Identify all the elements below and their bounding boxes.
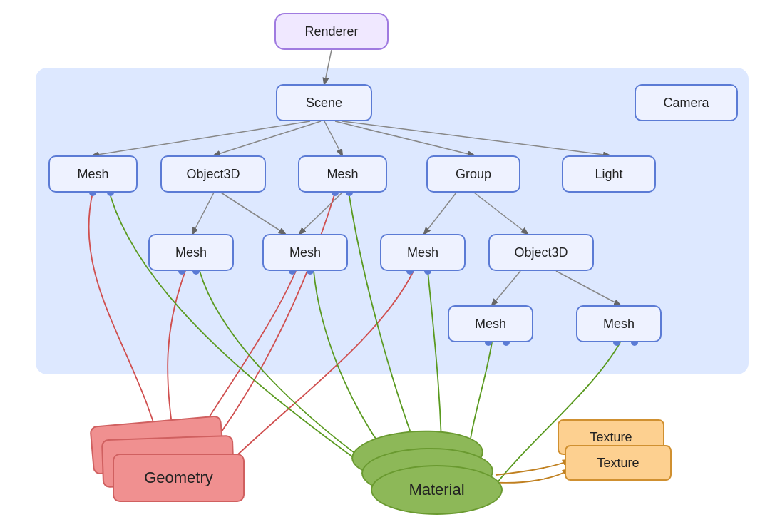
mesh1-label: Mesh xyxy=(77,167,108,182)
group-label: Group xyxy=(456,167,491,182)
mesh4-label: Mesh xyxy=(289,245,321,260)
geometry1-label: Geometry xyxy=(144,469,213,487)
renderer-node: Renderer xyxy=(274,13,389,50)
mesh5-label: Mesh xyxy=(407,245,438,260)
material1-label: Material xyxy=(409,481,464,499)
camera-node: Camera xyxy=(635,84,738,121)
scene-node: Scene xyxy=(276,84,372,121)
mesh3-label: Mesh xyxy=(175,245,207,260)
texture2-label: Texture xyxy=(590,430,632,445)
object3d1-node: Object3D xyxy=(160,155,266,193)
mesh2-node: Mesh xyxy=(298,155,387,193)
object3d2-label: Object3D xyxy=(514,245,568,260)
mesh7-label: Mesh xyxy=(603,317,635,332)
mesh7-node: Mesh xyxy=(576,305,662,342)
mesh6-label: Mesh xyxy=(475,317,506,332)
geometry1-node: Geometry xyxy=(113,454,245,502)
object3d1-label: Object3D xyxy=(186,167,240,182)
light-label: Light xyxy=(595,167,622,182)
mesh2-label: Mesh xyxy=(327,167,358,182)
scene-label: Scene xyxy=(306,96,342,111)
material1-node: Material xyxy=(371,465,503,515)
object3d2-node: Object3D xyxy=(488,234,594,271)
texture1-label: Texture xyxy=(597,456,639,471)
group-node: Group xyxy=(426,155,520,193)
camera-label: Camera xyxy=(663,96,709,111)
mesh6-node: Mesh xyxy=(448,305,533,342)
light-node: Light xyxy=(562,155,656,193)
mesh5-node: Mesh xyxy=(380,234,466,271)
renderer-label: Renderer xyxy=(304,24,358,39)
mesh4-node: Mesh xyxy=(262,234,348,271)
texture1-node: Texture xyxy=(565,445,672,481)
mesh3-node: Mesh xyxy=(148,234,234,271)
mesh1-node: Mesh xyxy=(48,155,138,193)
